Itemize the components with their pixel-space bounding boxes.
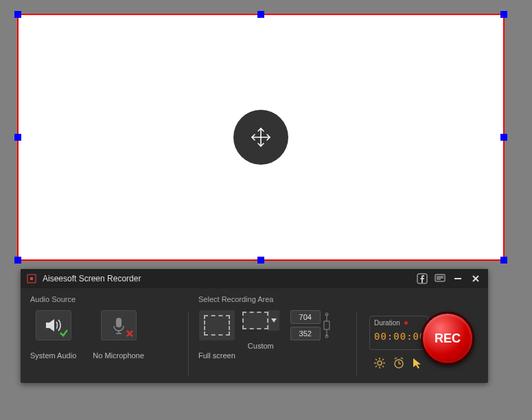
gear-icon [373, 357, 386, 369]
custom-area-button[interactable]: Custom [242, 310, 279, 350]
svg-line-32 [395, 358, 397, 359]
audio-source-label: Audio Source [30, 295, 188, 305]
duration-box: Duration 00:00:00 [369, 316, 428, 350]
lock-aspect-button[interactable] [322, 310, 332, 340]
width-input[interactable] [290, 310, 321, 324]
svg-marker-17 [271, 318, 277, 323]
audio-source-section: Audio Source System Audio [30, 295, 188, 383]
resize-handle-bottom-middle[interactable] [257, 257, 264, 264]
resize-handle-top-middle[interactable] [257, 11, 264, 18]
svg-line-26 [382, 366, 384, 367]
svg-line-28 [375, 366, 377, 367]
app-title: Aiseesoft Screen Recorder [43, 274, 141, 283]
recording-indicator-icon [404, 321, 408, 325]
resize-handle-bottom-right[interactable] [500, 257, 507, 264]
height-input[interactable] [290, 327, 321, 340]
svg-marker-34 [413, 358, 421, 369]
x-disabled-icon [126, 329, 134, 338]
record-section: Duration 00:00:00 [367, 295, 478, 383]
fullscreen-icon [204, 315, 230, 336]
custom-area-icon [242, 312, 268, 329]
system-audio-label: System Audio [30, 351, 76, 360]
system-audio-button[interactable]: System Audio [30, 310, 76, 360]
link-icon [323, 310, 331, 340]
fullscreen-button[interactable]: Full screen [198, 310, 235, 360]
facebook-icon [417, 273, 428, 284]
record-button[interactable]: REC [421, 312, 474, 365]
divider [188, 312, 189, 376]
cursor-highlight-button[interactable] [412, 357, 423, 369]
resize-handle-top-left[interactable] [14, 11, 21, 18]
resize-handle-bottom-left[interactable] [14, 257, 21, 264]
recording-area-label: Select Recording Area [198, 295, 356, 305]
custom-area-dropdown[interactable] [268, 310, 279, 331]
custom-label: Custom [248, 342, 274, 350]
resize-handle-top-right[interactable] [500, 11, 507, 18]
chevron-down-icon [271, 318, 277, 323]
close-icon [472, 275, 480, 283]
svg-line-25 [375, 359, 377, 360]
settings-button[interactable] [373, 357, 386, 369]
resize-handle-middle-right[interactable] [500, 134, 507, 141]
divider [356, 312, 357, 376]
duration-time: 00:00:00 [374, 331, 424, 342]
fullscreen-label: Full screen [198, 351, 235, 360]
record-label: REC [435, 331, 461, 346]
svg-line-33 [401, 358, 403, 359]
minimize-icon [454, 275, 462, 283]
recording-selection[interactable] [17, 14, 505, 261]
cursor-icon [412, 357, 423, 369]
svg-rect-3 [30, 277, 33, 280]
close-button[interactable] [469, 272, 483, 285]
svg-rect-12 [116, 318, 122, 327]
clock-icon [393, 357, 405, 369]
schedule-button[interactable] [393, 357, 405, 369]
microphone-button[interactable]: No Microphone [93, 310, 144, 360]
app-logo-icon [26, 273, 37, 284]
minimize-button[interactable] [451, 272, 465, 285]
move-icon [249, 126, 273, 149]
recorder-panel: Aiseesoft Screen Recorder [21, 269, 488, 383]
feedback-icon [435, 274, 446, 283]
check-icon [59, 328, 69, 338]
feedback-button[interactable] [433, 272, 447, 285]
svg-line-27 [382, 359, 384, 360]
recording-area-section: Select Recording Area Full screen Custom [198, 295, 356, 383]
svg-point-20 [378, 361, 382, 365]
duration-title: Duration [374, 319, 400, 327]
titlebar[interactable]: Aiseesoft Screen Recorder [21, 269, 488, 288]
facebook-button[interactable] [415, 272, 429, 285]
move-handle[interactable] [233, 110, 288, 165]
resize-handle-middle-left[interactable] [14, 134, 21, 141]
microphone-label: No Microphone [93, 351, 144, 360]
